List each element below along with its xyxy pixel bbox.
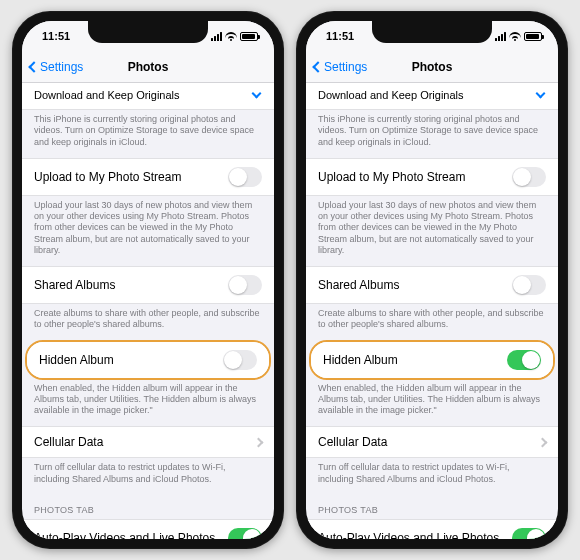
- download-description: This iPhone is currently storing origina…: [22, 110, 274, 158]
- back-button[interactable]: Settings: [314, 60, 367, 74]
- hidden-description: When enabled, the Hidden album will appe…: [306, 379, 558, 427]
- row-cellular-data[interactable]: Cellular Data: [306, 426, 558, 458]
- row-shared-albums[interactable]: Shared Albums: [22, 266, 274, 304]
- nav-bar: Settings Photos: [306, 51, 558, 83]
- phone-right: 11:51 Settings Photos Download and Keep …: [296, 11, 568, 549]
- toggle-upload-photo-stream[interactable]: [228, 167, 262, 187]
- chevron-down-icon: [536, 89, 546, 99]
- shared-description: Create albums to share with other people…: [306, 304, 558, 341]
- toggle-upload-photo-stream[interactable]: [512, 167, 546, 187]
- wifi-icon: [225, 32, 237, 41]
- cellular-signal-icon: [211, 32, 222, 41]
- back-button[interactable]: Settings: [30, 60, 83, 74]
- chevron-left-icon: [312, 61, 323, 72]
- screen: 11:51 Settings Photos Download and Keep …: [306, 21, 558, 539]
- row-label: Upload to My Photo Stream: [318, 170, 465, 184]
- status-indicators: [495, 32, 542, 41]
- section-header-photos-tab: PHOTOS TAB: [22, 495, 274, 519]
- section-header-photos-tab: PHOTOS TAB: [306, 495, 558, 519]
- toggle-shared-albums[interactable]: [228, 275, 262, 295]
- row-label: Cellular Data: [318, 435, 387, 449]
- chevron-right-icon: [538, 437, 548, 447]
- chevron-right-icon: [254, 437, 264, 447]
- phone-left: 11:51 Settings Photos Download and Keep …: [12, 11, 284, 549]
- chevron-left-icon: [28, 61, 39, 72]
- battery-icon: [524, 32, 542, 41]
- row-autoplay[interactable]: Auto-Play Videos and Live Photos: [306, 519, 558, 539]
- upload-description: Upload your last 30 days of new photos a…: [22, 196, 274, 266]
- toggle-autoplay[interactable]: [228, 528, 262, 539]
- row-label: Hidden Album: [39, 353, 114, 367]
- row-label: Download and Keep Originals: [318, 89, 464, 101]
- notch: [372, 21, 492, 43]
- status-time: 11:51: [326, 30, 354, 42]
- chevron-down-icon: [252, 89, 262, 99]
- row-label: Shared Albums: [34, 278, 115, 292]
- nav-bar: Settings Photos: [22, 51, 274, 83]
- row-upload-photo-stream[interactable]: Upload to My Photo Stream: [306, 158, 558, 196]
- cellular-description: Turn off cellular data to restrict updat…: [306, 458, 558, 495]
- wifi-icon: [509, 32, 521, 41]
- settings-content[interactable]: Download and Keep Originals This iPhone …: [306, 83, 558, 539]
- row-label: Hidden Album: [323, 353, 398, 367]
- settings-content[interactable]: Download and Keep Originals This iPhone …: [22, 83, 274, 539]
- download-description: This iPhone is currently storing origina…: [306, 110, 558, 158]
- row-label: Auto-Play Videos and Live Photos: [34, 531, 215, 539]
- row-shared-albums[interactable]: Shared Albums: [306, 266, 558, 304]
- row-autoplay[interactable]: Auto-Play Videos and Live Photos: [22, 519, 274, 539]
- cellular-description: Turn off cellular data to restrict updat…: [22, 458, 274, 495]
- toggle-hidden-album[interactable]: [507, 350, 541, 370]
- highlight-hidden-album: Hidden Album: [309, 340, 555, 380]
- row-download-keep-originals[interactable]: Download and Keep Originals: [306, 83, 558, 110]
- back-label: Settings: [40, 60, 83, 74]
- toggle-hidden-album[interactable]: [223, 350, 257, 370]
- row-label: Download and Keep Originals: [34, 89, 180, 101]
- status-indicators: [211, 32, 258, 41]
- row-label: Cellular Data: [34, 435, 103, 449]
- row-label: Upload to My Photo Stream: [34, 170, 181, 184]
- status-time: 11:51: [42, 30, 70, 42]
- screen: 11:51 Settings Photos Download and Keep …: [22, 21, 274, 539]
- row-label: Auto-Play Videos and Live Photos: [318, 531, 499, 539]
- cellular-signal-icon: [495, 32, 506, 41]
- row-hidden-album[interactable]: Hidden Album: [311, 342, 553, 378]
- notch: [88, 21, 208, 43]
- battery-icon: [240, 32, 258, 41]
- hidden-description: When enabled, the Hidden album will appe…: [22, 379, 274, 427]
- row-hidden-album[interactable]: Hidden Album: [27, 342, 269, 378]
- toggle-autoplay[interactable]: [512, 528, 546, 539]
- row-label: Shared Albums: [318, 278, 399, 292]
- row-upload-photo-stream[interactable]: Upload to My Photo Stream: [22, 158, 274, 196]
- toggle-shared-albums[interactable]: [512, 275, 546, 295]
- highlight-hidden-album: Hidden Album: [25, 340, 271, 380]
- shared-description: Create albums to share with other people…: [22, 304, 274, 341]
- row-cellular-data[interactable]: Cellular Data: [22, 426, 274, 458]
- row-download-keep-originals[interactable]: Download and Keep Originals: [22, 83, 274, 110]
- back-label: Settings: [324, 60, 367, 74]
- upload-description: Upload your last 30 days of new photos a…: [306, 196, 558, 266]
